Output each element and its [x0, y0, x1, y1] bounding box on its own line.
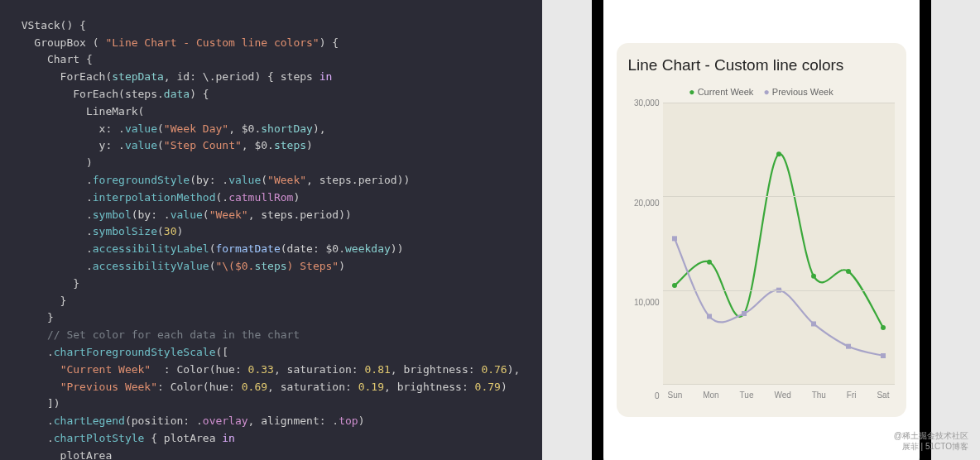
- code-line: LineMark(: [8, 105, 144, 117]
- code-line: Chart {: [8, 53, 93, 65]
- svg-point-5: [846, 269, 851, 274]
- svg-rect-13: [881, 353, 886, 358]
- x-axis: Sun Mon Tue Wed Thu Fri Sat: [663, 387, 895, 402]
- code-line: .accessibilityLabel(formatDate(date: $0.…: [8, 242, 403, 255]
- svg-point-6: [881, 325, 886, 330]
- code-line: VStack() {: [8, 19, 86, 31]
- y-tick: 30,000: [634, 98, 660, 108]
- code-line: .chartPlotStyle { plotArea in: [8, 432, 235, 444]
- plot-area: [663, 103, 895, 384]
- chart-groupbox: Line Chart - Custom line colors ● Curren…: [617, 43, 906, 417]
- chart-plot: 30,000 20,000 10,000 0 Sun Mon Tue: [628, 103, 895, 402]
- watermark: @稀土掘金技术社区 展菲 | 51CTO博客: [894, 430, 968, 452]
- chart-legend: ● Current Week ● Previous Week: [628, 86, 895, 98]
- chart-title: Line Chart - Custom line colors: [628, 56, 895, 74]
- svg-point-4: [811, 274, 816, 279]
- svg-point-0: [672, 283, 677, 288]
- chart-svg: [663, 103, 895, 384]
- code-line: x: .value("Week Day", $0.shortDay),: [8, 122, 326, 135]
- legend-marker-previous: ●: [764, 86, 770, 98]
- code-editor[interactable]: VStack() { GroupBox ( "Line Chart - Cust…: [0, 0, 542, 460]
- code-line: plotArea: [8, 449, 112, 460]
- svg-rect-9: [742, 311, 747, 316]
- code-line: ]): [8, 397, 60, 410]
- code-comment: // Set color for each data in the chart: [8, 328, 300, 341]
- code-line: ForEach(steps.data) {: [8, 88, 209, 100]
- svg-point-3: [776, 151, 781, 156]
- phone-frame: Line Chart - Custom line colors ● Curren…: [592, 0, 931, 460]
- y-tick: 20,000: [634, 198, 660, 207]
- code-line: .symbolSize(30): [8, 225, 183, 237]
- code-line: GroupBox ( "Line Chart - Custom line col…: [8, 36, 339, 49]
- code-line: "Previous Week": Color(hue: 0.69, satura…: [8, 381, 507, 393]
- x-tick: Tue: [740, 391, 754, 402]
- legend-marker-current: ●: [689, 86, 694, 98]
- code-line: .foregroundStyle(by: .value("Week", step…: [8, 174, 410, 186]
- svg-point-1: [707, 260, 712, 265]
- code-line: .chartLegend(position: .overlay, alignme…: [8, 414, 365, 427]
- phone-screen: Line Chart - Custom line colors ● Curren…: [603, 0, 920, 460]
- code-line: "Current Week" : Color(hue: 0.33, satura…: [8, 363, 520, 376]
- code-line: }: [8, 277, 79, 290]
- y-tick: 0: [655, 391, 660, 400]
- code-line: ForEach(stepData, id: \.period) { steps …: [8, 70, 332, 83]
- code-line: .symbol(by: .value("Week", steps.period)…: [8, 208, 352, 221]
- preview-panel: Line Chart - Custom line colors ● Curren…: [542, 0, 980, 460]
- code-line: }: [8, 295, 66, 307]
- code-line: ): [8, 156, 93, 169]
- legend-label-previous: Previous Week: [772, 87, 833, 97]
- svg-rect-8: [707, 314, 712, 319]
- x-tick: Sun: [668, 391, 683, 402]
- x-tick: Thu: [812, 391, 826, 402]
- svg-rect-12: [846, 344, 851, 349]
- code-line: .chartForegroundStyleScale([: [8, 346, 228, 358]
- x-tick: Sat: [877, 391, 889, 402]
- code-line: }: [8, 311, 54, 323]
- code-line: .accessibilityValue("\($0.steps) Steps"): [8, 260, 345, 272]
- x-tick: Fri: [847, 391, 857, 402]
- svg-rect-11: [811, 321, 816, 326]
- x-tick: Wed: [774, 391, 790, 402]
- code-line: .interpolationMethod(.catmullRom): [8, 191, 300, 204]
- svg-rect-7: [672, 236, 677, 241]
- x-tick: Mon: [703, 391, 718, 402]
- y-tick: 10,000: [634, 298, 660, 307]
- code-line: y: .value("Step Count", $0.steps): [8, 139, 313, 151]
- legend-label-current: Current Week: [698, 87, 754, 97]
